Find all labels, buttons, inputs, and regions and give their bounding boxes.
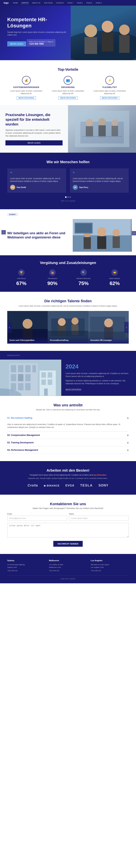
accordion-header-1[interactable]: 02. Compensation Management ∨ [7,432,129,439]
praxisnahe-btn[interactable]: MEHR LESEN [5,141,63,146]
kontakt-form: Email Name NACHRICHT SENDEN [7,513,129,547]
testimonial-0: " Lorem ipsum dolor sit amet, consectetu… [7,168,66,193]
stat-card-0: 🏆 Vorteile 67% [7,269,36,286]
wie-wir-section: Wie wir Menschen helfen " Lorem ipsum do… [0,153,136,209]
verguetung-heading: Vergütung und Zusatzleistungen [7,261,129,265]
foren-prev-button[interactable]: ‹ [1,230,6,235]
nav-link-page2[interactable]: PAGE 2 [76,2,83,4]
footer-copyright: Made with Unsplash [61,578,75,580]
stat-card-3: 🤝 Mentoring 62% [101,269,129,286]
stat-label-0: Vorteile [17,278,26,279]
name-input[interactable] [69,516,129,521]
stat-value-0: 67% [16,280,27,286]
kontakt-heading: Kontaktieren Sie uns [7,502,129,506]
praxisnahe-section: Praxisnahe Lösungen, die speziell für Si… [0,105,136,153]
accordion-content-0: Liber in maecenas sem adipiscing id cons… [7,422,129,431]
testimonial-1: " Lorem ipsum dolor sit amet, consectetu… [70,168,129,193]
talente-next-button[interactable]: › [125,322,129,333]
talente-prev-button[interactable]: ‹ [7,322,11,333]
accordion-header-0[interactable]: 01. Recruitment Staffing ∧ [7,414,129,422]
svg-point-6 [111,119,118,126]
talente-card-1: Personalbeschaffung [48,311,88,344]
accordion-chevron-1: ∨ [127,434,129,437]
accordion-item-0: 01. Recruitment Staffing ∧ Liber in maec… [7,414,129,432]
foren-content: ‹ Wir beteiligen uns aktiv an Foren und … [0,216,136,255]
accordion-header-2[interactable]: 03. Training Development ∨ [7,439,129,446]
vorteil-card-2: ⚡ FLEXIBILITÄT Lorem ipsum dolor sit ame… [91,76,129,100]
ueber-content: 2024 Lorem ipsum dolor sit amet, consect… [0,360,136,396]
svg-point-15 [113,229,120,236]
testimonials-container: " Lorem ipsum dolor sit amet, consectetu… [7,168,129,193]
ueber-year: 2024 [66,363,132,370]
vorteil-icon-1: 👥 [64,76,72,85]
hero-cta-button[interactable]: MEHR LESEN [7,41,26,46]
nav-link-page9[interactable]: PAGE 9 [95,2,102,4]
footer-col-melbourne: Melbourne 113 Collins St 3000Melbourne 1… [49,559,87,572]
arbeiten-section: Arbeiten mit den Besten! Paragraph lorem… [0,461,136,495]
nav-logo[interactable]: logo [4,1,8,4]
nav-link-about[interactable]: ABOUT US [31,2,41,4]
hero-phone-info: Rufen Sie 24 Stunden 77 Tage an +123-456… [27,39,56,46]
footer-phone-la: +912-235-124 [91,569,129,572]
nav-link-team[interactable]: OUR TEAM [43,2,53,4]
footer-col-sydney: Sydney 41 Portrea Bay HighwaySydney 1234… [7,559,45,572]
nav-link-contact[interactable]: CONTACT [56,2,65,4]
dot-2[interactable] [69,196,71,198]
hero-image [71,6,136,60]
talente-card-label-0: Suche nach Führungskräften [9,339,34,341]
svg-point-11 [97,227,106,236]
accordion-title-0: 01. Recruitment Staffing [7,417,32,419]
nav-link-page7[interactable]: PAGE 7 [67,2,74,4]
vorteil-link-2[interactable]: MEHR ERFAHREN [100,96,119,100]
message-textarea[interactable] [7,523,129,537]
svg-rect-14 [83,237,91,249]
stat-icon-3: 🤝 [111,269,118,276]
stat-value-1: 90% [47,280,58,286]
accordion-title-2: 03. Training Development [7,441,34,444]
svg-point-27 [71,318,78,325]
vorteil-link-0[interactable]: MEHR ERFAHREN [17,96,36,100]
author-name-1: Sam Perry [79,186,88,188]
svg-rect-41 [11,374,16,381]
dot-1[interactable] [67,196,69,198]
avatar-0: PS [10,185,15,190]
stat-label-3: Mentoring [109,278,120,279]
svg-rect-8 [82,136,122,137]
stat-label-2: Rekrutierung [76,278,91,279]
nav-link-page8[interactable]: PAGE 8 [86,2,93,4]
footer-grid: Sydney 41 Portrea Bay HighwaySydney 1234… [7,559,129,572]
talente-overlay-1: Personalbeschaffung [48,337,88,344]
form-group-email: Email [7,513,67,521]
svg-point-32 [104,318,113,328]
foren-section: EVENT ‹ Wir beteiligen uns aktiv an Fore… [0,209,136,255]
talente-heading: Die richtigen Talente finden [7,299,129,303]
ueber-link[interactable]: MEHR ERFAHREN [66,389,81,391]
brands-container: Crolla ◆ BINANCE EVGA TESLA SONY [7,484,129,487]
stats-grid: 🏆 Vorteile 67% 📚 Trainings 90% 🔍 Rekruti… [7,269,129,286]
praxisnahe-text: Praxisnahe Lösungen, die speziell für Si… [0,105,68,153]
talente-grid: Suche nach Führungskräften Personalbesch… [7,311,129,344]
vorteil-link-1[interactable]: MEHR ERFAHREN [58,96,77,100]
talente-card-label-2: Innovative HR-Lösungen [91,339,112,341]
praxisnahe-heading: Praxisnahe Lösungen, die speziell für Si… [5,113,63,127]
was-uns-subtext: Sample dot. Liber in maecenas sem adipis… [7,409,129,411]
submit-button[interactable]: NACHRICHT SENDEN [53,541,83,547]
nav-link-leistun[interactable]: LEISTUN [21,1,29,4]
foren-next-button[interactable]: › [132,231,136,235]
hero-sample-text: Sample large text. Lorem ipsum dolor sit… [7,31,68,36]
svg-point-4 [98,118,106,125]
svg-rect-37 [11,365,16,372]
stat-label-1: Trainings [47,278,57,279]
vorteile-grid: 💰 KOSTENEINSPARUNGEN Lorem ipsum dolor s… [7,76,129,100]
email-input[interactable] [7,516,67,521]
testimonial-author-1: SP Sam Perry [73,185,126,190]
svg-rect-7 [111,126,118,137]
building-svg [0,360,61,396]
testimonial-text-0: Lorem ipsum dolor sit amet, consectetur … [10,177,63,183]
accordion-header-3[interactable]: 04. Performance Management ∨ [7,446,129,454]
nav-link-home[interactable]: HOME [12,2,19,4]
footer-address-melbourne: 113 Collins St 3000Melbourne 1234 [49,563,87,569]
dot-0[interactable] [65,196,67,198]
was-uns-section: Was uns antreibt Sample dot. Liber in ma… [0,396,136,461]
vorteil-icon-2: ⚡ [105,76,114,85]
